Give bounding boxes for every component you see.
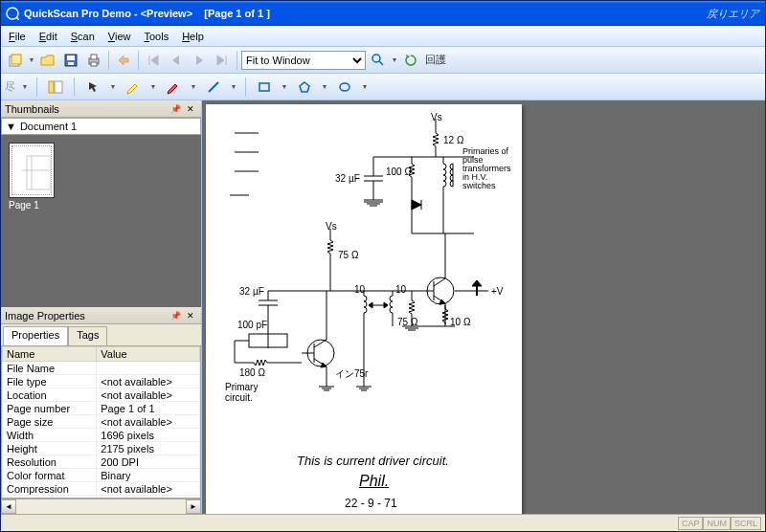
ellipse-tool[interactable] [334,77,355,98]
zoom-button[interactable] [368,50,389,71]
refresh-button[interactable] [400,50,421,71]
close-icon[interactable]: ✕ [184,309,197,322]
print-button[interactable] [83,50,104,71]
menu-view[interactable]: View [108,31,131,42]
scroll-right-icon[interactable]: ► [186,499,201,514]
label-vs-left: Vs [326,221,337,232]
statusbar: CAP NUM SCRL [1,514,765,531]
document-viewer[interactable]: Vs 12 Ω Primaries of pulse transformers … [202,100,765,514]
property-value: Binary [97,469,200,482]
save-button[interactable] [60,50,81,71]
shape-tool[interactable] [294,77,315,98]
property-row[interactable]: Height2175 pixels [3,442,200,455]
window-title: QuickScan Pro Demo - <Preview> [Page 1 o… [24,8,707,19]
svg-line-11 [379,61,383,65]
dropdown-icon[interactable]: ▼ [391,56,398,63]
menu-tools[interactable]: Tools [144,31,169,42]
dropdown-icon[interactable]: ▼ [149,83,157,90]
dropdown-icon[interactable]: ▼ [281,83,288,90]
tab-tags[interactable]: Tags [68,326,107,345]
property-value: Page 1 of 1 [97,402,200,415]
highlighter-tool[interactable] [123,77,144,98]
property-row[interactable]: Width1696 pixels [3,429,200,442]
property-row[interactable]: Page numberPage 1 of 1 [3,402,200,415]
property-row[interactable]: File type<not available> [3,375,200,388]
app-icon [5,6,20,21]
property-row[interactable]: Compression<not available> [3,482,200,496]
pen-tool[interactable] [163,77,184,98]
last-page-button[interactable] [212,50,233,71]
property-value [97,362,200,375]
label-vs-top: Vs [431,112,442,122]
titlebar: QuickScan Pro Demo - <Preview> [Page 1 o… [1,1,765,26]
zoom-select[interactable]: Fit to Window [241,51,366,70]
property-value: <not available> [97,415,200,429]
jp-overlay-text: 戻りエリア [707,7,759,21]
pin-icon[interactable]: 📌 [169,309,182,322]
svg-rect-9 [91,62,97,66]
property-row[interactable]: File Name [3,362,200,375]
thumbnail-pane-button[interactable] [45,77,66,98]
status-cap: CAP [678,517,704,530]
dropdown-icon[interactable]: ▼ [321,83,328,90]
property-row[interactable]: Location<not available> [3,388,200,402]
property-row[interactable]: Color formatBinary [3,469,200,482]
svg-rect-8 [91,55,97,59]
svg-rect-3 [11,55,21,64]
dropdown-icon[interactable]: ▼ [28,56,35,63]
label-inject: イン75г [335,367,369,381]
col-name[interactable]: Name [3,347,97,362]
property-value: <not available> [97,388,200,402]
open-button[interactable] [37,50,58,71]
dropdown-icon[interactable]: ▼ [361,83,369,90]
label-75ohm-a: 75 Ω [338,250,358,260]
svg-rect-15 [259,83,269,91]
properties-grid: NameValue File NameFile type<not availab… [1,345,201,499]
label-32uf-a: 32 µF [335,173,360,184]
first-page-button[interactable] [143,50,164,71]
property-name: Width [3,429,97,442]
prev-page-button[interactable] [166,50,187,71]
dropdown-icon[interactable]: ▼ [109,83,117,90]
document-selector[interactable]: ▼ Document 1 [1,118,201,135]
page-canvas: Vs 12 Ω Primaries of pulse transformers … [206,104,522,514]
property-value: 1696 pixels [97,429,200,442]
scroll-left-icon[interactable]: ◄ [1,499,16,514]
pointer-tool[interactable] [82,77,103,98]
thumbnails-area: Page 1 [1,135,201,307]
line-tool[interactable] [203,77,224,98]
svg-line-14 [209,82,218,92]
export-button[interactable] [113,50,134,71]
pin-icon[interactable]: 📌 [169,102,182,116]
property-name: File type [3,375,97,388]
property-row[interactable]: Resolution200 DPI [3,455,200,469]
property-name: Location [3,388,97,402]
menu-file[interactable]: FFileile [9,31,26,42]
label-32uf-b: 32 µF [239,286,264,297]
menu-scan[interactable]: Scan [71,31,95,42]
rect-tool[interactable] [254,77,275,98]
dropdown-icon[interactable]: ▼ [21,83,29,90]
label-75ohm-b: 75 Ω [397,317,417,327]
thumbnail-page-1[interactable] [9,143,55,198]
label-primaries: Primaries of pulse transformers in H.V. … [462,147,515,190]
left-pane: Thumbnails 📌 ✕ ▼ Document 1 Page 1 Image… [1,100,202,514]
menu-help[interactable]: Help [182,31,204,42]
close-icon[interactable]: ✕ [184,102,197,116]
property-row[interactable]: Page size<not available> [3,415,200,429]
menu-edit[interactable]: Edit [39,31,57,42]
next-page-button[interactable] [189,50,210,71]
svg-line-44 [434,278,445,286]
svg-rect-12 [49,81,54,93]
svg-rect-17 [27,156,51,189]
property-name: Page number [3,402,97,415]
new-scan-button[interactable] [5,50,26,71]
tab-properties[interactable]: Properties [3,326,68,345]
property-value: <not available> [97,482,200,496]
properties-scrollbar[interactable]: ◄ ► [1,499,201,514]
properties-tabs: Properties Tags [1,324,201,345]
col-value[interactable]: Value [97,347,200,362]
dropdown-icon[interactable]: ▼ [230,83,237,90]
status-scrl: SCRL [731,517,761,530]
dropdown-icon[interactable]: ▼ [190,83,197,90]
